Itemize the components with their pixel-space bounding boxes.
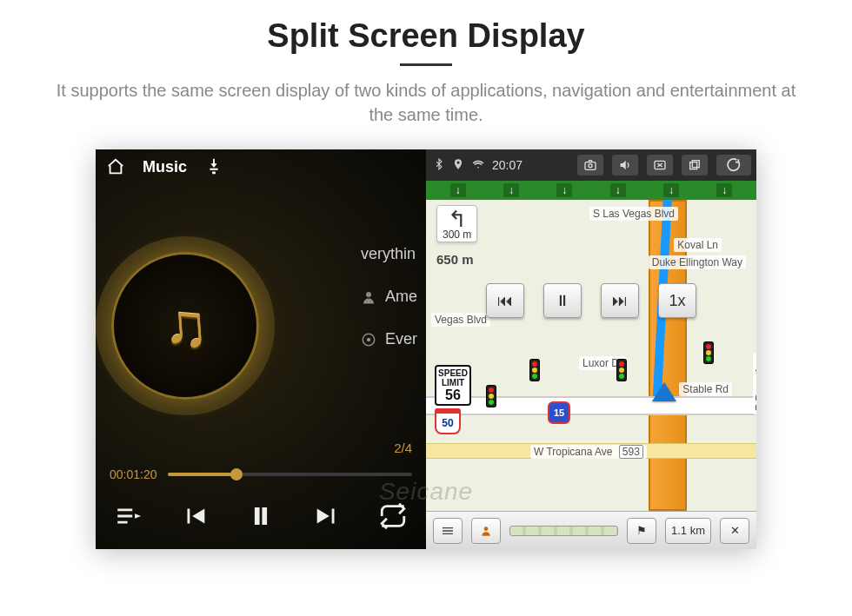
street-tropicana: W Tropicana Ave 593: [530, 445, 647, 459]
volume-button[interactable]: [612, 155, 638, 176]
location-pin-icon: [452, 158, 464, 173]
navigation-pane: 20:07 ↓ ↓: [426, 149, 756, 549]
lane-arrow-icon: ↓: [663, 183, 679, 197]
music-app-title: Music: [143, 158, 187, 176]
back-button[interactable]: [716, 155, 751, 176]
page-subtitle: It supports the same screen display of t…: [0, 78, 852, 127]
street-vegas-blvd-left: Vegas Blvd: [431, 313, 490, 327]
traffic-light-icon: [704, 342, 713, 363]
nav-distance-readout: 1.1 km: [665, 518, 711, 544]
artist-row: Ame: [361, 288, 417, 306]
svg-point-8: [484, 527, 489, 531]
lane-arrow-icon: ↓: [610, 183, 626, 197]
vehicle-cursor-icon: [652, 382, 676, 401]
playlist-button[interactable]: [114, 501, 143, 534]
turn-left-icon: ↰: [443, 209, 471, 229]
music-note-icon: ♫: [160, 294, 210, 357]
nav-close-button[interactable]: ✕: [720, 518, 749, 544]
route-badge-593: 593: [619, 445, 643, 459]
white-road: [426, 396, 756, 415]
sim-controls: ⏮ ⏸ ⏭ 1x: [486, 283, 696, 318]
speed-limit-value: 56: [436, 387, 469, 403]
elapsed-time: 00:01:20: [110, 467, 157, 481]
status-left: 20:07: [426, 158, 529, 173]
lane-arrow-icon: ↓: [450, 183, 466, 197]
disc-icon: [361, 332, 376, 348]
map-canvas[interactable]: ↰ 300 m 650 m S Las Vegas Blvd Koval Ln …: [426, 200, 756, 511]
artist-text: Ame: [385, 288, 417, 306]
street-tropicana-text: W Tropicana Ave: [534, 446, 613, 458]
route-shield-50: 50: [435, 408, 461, 434]
traffic-light-icon: [617, 360, 626, 381]
repeat-mode-button[interactable]: [378, 501, 408, 534]
bluetooth-icon: [433, 158, 445, 173]
lane-guidance-bar: ↓ ↓ ↓ ↓ ↓ ↓: [426, 181, 756, 200]
nav-bottom-bar: ⚑ 1.1 km ✕: [426, 511, 756, 549]
traffic-light-icon: [487, 386, 496, 407]
svg-rect-3: [585, 162, 596, 170]
street-s-las-vegas: S Las Vegas Blvd: [589, 207, 678, 221]
street-reno: E Reno Ave: [753, 353, 756, 414]
track-title-row: verythin: [361, 245, 417, 263]
recents-button[interactable]: [682, 155, 708, 176]
pause-button[interactable]: [246, 501, 276, 534]
route-progress-bar[interactable]: [509, 526, 618, 536]
usb-icon[interactable]: [204, 157, 223, 176]
lane-arrow-icon: ↓: [503, 183, 519, 197]
prev-button[interactable]: [180, 501, 210, 534]
svg-point-0: [366, 292, 371, 297]
nav-flag-button[interactable]: ⚑: [627, 518, 656, 544]
svg-rect-6: [690, 162, 697, 169]
turn-distance-small: 300 m: [443, 229, 471, 241]
title-underline: [400, 63, 452, 66]
progress-row: 00:01:20: [96, 467, 426, 487]
svg-point-4: [589, 164, 592, 168]
track-index: 2/4: [394, 440, 412, 455]
album-row: Ever: [361, 330, 417, 348]
speed-limit-label: SPEED LIMIT: [436, 368, 469, 387]
lane-arrow-icon: ↓: [716, 183, 732, 197]
status-right: [577, 155, 756, 176]
street-stable: Stable Rd: [679, 382, 732, 396]
close-app-button[interactable]: [647, 155, 673, 176]
interstate-shield-15: 15: [548, 401, 570, 424]
seek-fill: [168, 473, 236, 476]
seek-bar[interactable]: [168, 473, 413, 476]
music-topbar: Music: [96, 149, 426, 184]
nav-distance-value: 1.1 km: [671, 524, 705, 537]
sim-pause-button[interactable]: ⏸: [543, 283, 582, 318]
status-bar: 20:07: [426, 149, 756, 181]
sim-speed-button[interactable]: 1x: [658, 283, 696, 318]
street-duke: Duke Ellington Way: [649, 255, 746, 269]
split-screen-device: Music ♫ verythin Ame Ever: [96, 149, 756, 549]
next-turn-badge: ↰ 300 m: [436, 205, 477, 242]
seek-knob[interactable]: [230, 468, 243, 480]
track-title-text: verythin: [361, 245, 416, 263]
lane-arrow-icon: ↓: [556, 183, 572, 197]
approach-distance-text: 650 m: [436, 252, 474, 267]
screenshot-button[interactable]: [577, 155, 603, 176]
approach-distance: 650 m: [436, 252, 474, 267]
track-meta: verythin Ame Ever: [361, 245, 417, 348]
album-area: ♫ verythin Ame Ever: [96, 184, 426, 467]
sim-next-button[interactable]: ⏭: [601, 283, 639, 318]
page-title: Split Screen Display: [0, 17, 852, 55]
nav-menu-button[interactable]: [433, 518, 463, 544]
next-button[interactable]: [312, 501, 342, 534]
speed-limit-sign: SPEED LIMIT 56: [435, 365, 471, 406]
status-time: 20:07: [492, 158, 523, 172]
traffic-light-icon: [530, 360, 539, 381]
music-controls: [96, 487, 426, 549]
sim-prev-button[interactable]: ⏮: [486, 283, 524, 318]
svg-rect-7: [692, 161, 699, 168]
album-text: Ever: [385, 330, 417, 348]
album-art[interactable]: ♫: [111, 252, 259, 400]
svg-point-2: [367, 338, 369, 341]
street-koval: Koval Ln: [674, 238, 722, 252]
music-pane: Music ♫ verythin Ame Ever: [96, 149, 426, 549]
nav-person-button[interactable]: [471, 518, 501, 544]
home-icon[interactable]: [106, 157, 125, 176]
person-icon: [361, 289, 376, 305]
wifi-icon: [471, 158, 485, 173]
